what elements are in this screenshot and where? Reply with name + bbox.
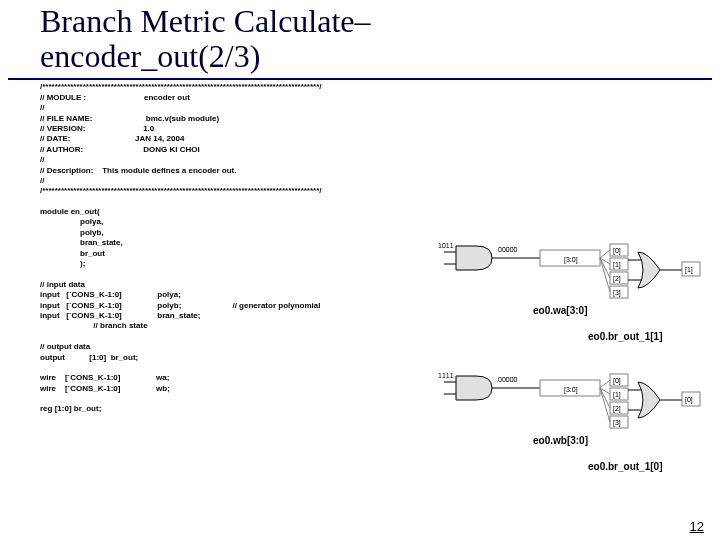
signal-a: eo0.wa[3:0] <box>533 305 587 316</box>
schematic-svg: 1111 00000 [3:0] [0] [1] [2] [3] [0] eo0… <box>438 370 708 480</box>
tap1: [1] <box>613 391 621 399</box>
schematic-wb: 1111 00000 [3:0] [0] [1] [2] [3] [0] eo0… <box>438 370 708 484</box>
page-number: 12 <box>690 519 704 534</box>
tap2: [2] <box>613 275 621 283</box>
schematic-wa: 1011 00000 [3:0] [0] [1] [2] [3] [1] eo0… <box>438 240 708 354</box>
schematic-svg: 1011 00000 [3:0] [0] [1] [2] [3] [1] eo0… <box>438 240 708 350</box>
tap0: [0] <box>613 377 621 385</box>
title-line2: encoder_out(2/3) <box>40 38 260 74</box>
in-bits: 1011 <box>438 242 454 249</box>
signal-b: eo0.br_out_1[0] <box>588 461 662 472</box>
in-bits: 1111 <box>438 372 454 379</box>
signal-a: eo0.wb[3:0] <box>533 435 588 446</box>
svg-line-24 <box>600 380 610 388</box>
out-bit: [1] <box>685 266 693 274</box>
tap2: [2] <box>613 405 621 413</box>
bus-label: [3:0] <box>564 256 578 264</box>
bus-label: [3:0] <box>564 386 578 394</box>
slide-title: Branch Metric Calculate– encoder_out(2/3… <box>0 0 720 74</box>
title-line1: Branch Metric Calculate– <box>40 3 371 39</box>
tap3: [3] <box>613 289 621 297</box>
mid-bits: 00000 <box>498 246 518 253</box>
tap1: [1] <box>613 261 621 269</box>
tap3: [3] <box>613 419 621 427</box>
mid-bits: 00000 <box>498 376 518 383</box>
signal-b: eo0.br_out_1[1] <box>588 331 662 342</box>
svg-line-8 <box>600 250 610 258</box>
out-bit: [0] <box>685 396 693 404</box>
tap0: [0] <box>613 247 621 255</box>
